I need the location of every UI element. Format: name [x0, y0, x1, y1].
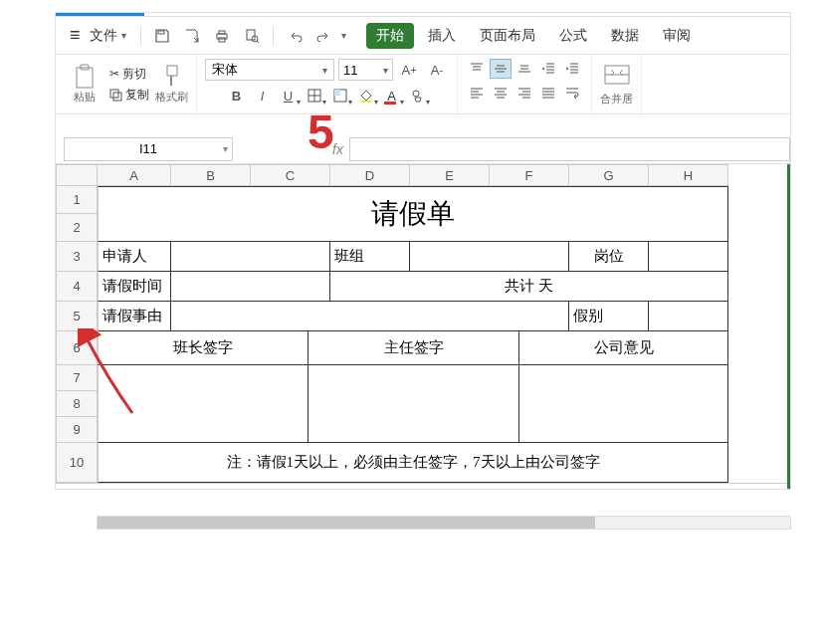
undo-icon[interactable]: [282, 23, 308, 49]
signature-block-3[interactable]: [519, 365, 728, 443]
tab-start[interactable]: 开始: [366, 23, 414, 49]
chevron-down-icon: ▾: [383, 65, 388, 76]
save-as-icon[interactable]: [179, 23, 205, 49]
col-header-D[interactable]: D: [330, 164, 410, 186]
formula-bar: I11 ▾ fx: [56, 134, 790, 164]
svg-rect-6: [77, 68, 93, 88]
row-header-10[interactable]: 10: [56, 443, 98, 483]
cell-B4[interactable]: [171, 272, 330, 302]
worksheet: A B C D E F G H 1 2 请假单 3 申请人 班组 岗位 4: [56, 164, 790, 489]
row-header-1[interactable]: 1: [56, 186, 98, 214]
paste-label: 粘贴: [74, 90, 96, 105]
cell-D6[interactable]: 主任签字: [308, 331, 519, 365]
cell-A3[interactable]: 申请人: [98, 242, 171, 272]
cell-H3[interactable]: [649, 242, 728, 272]
tab-insert[interactable]: 插入: [418, 23, 466, 49]
cell-note[interactable]: 注：请假1天以上，必须由主任签字，7天以上由公司签字: [98, 443, 728, 483]
name-box[interactable]: I11 ▾: [64, 137, 233, 161]
cell-style-button[interactable]: ▾: [328, 85, 352, 107]
row-header-4[interactable]: 4: [56, 272, 98, 302]
merge-button[interactable]: [603, 62, 631, 92]
merge-icon: [603, 62, 631, 88]
cell-E3[interactable]: [410, 242, 569, 272]
row-header-2[interactable]: 2: [56, 214, 98, 242]
menubar: 文件 ▾ ▾ 开始 插入 页面布局 公式 数据 审阅: [56, 17, 790, 55]
tab-data[interactable]: 数据: [601, 23, 649, 49]
tab-formula[interactable]: 公式: [549, 23, 597, 49]
cell-G5[interactable]: 假别: [569, 302, 649, 331]
chevron-down-icon[interactable]: ▾: [341, 30, 346, 41]
col-header-G[interactable]: G: [569, 164, 649, 186]
cell-D4[interactable]: 共计 天: [330, 272, 728, 302]
row-header-5[interactable]: 5: [56, 302, 98, 331]
tab-layout[interactable]: 页面布局: [470, 23, 545, 49]
col-header-F[interactable]: F: [490, 164, 569, 186]
italic-button[interactable]: I: [251, 85, 275, 107]
col-header-A[interactable]: A: [98, 164, 171, 186]
font-color-button[interactable]: A▾: [380, 85, 404, 107]
align-center-button[interactable]: [490, 83, 512, 103]
scroll-thumb[interactable]: [98, 517, 595, 529]
row-header-3[interactable]: 3: [56, 242, 98, 272]
cell-G3[interactable]: 岗位: [569, 242, 649, 272]
tab-review[interactable]: 审阅: [653, 23, 701, 49]
save-icon[interactable]: [149, 23, 175, 49]
brush-icon: [162, 64, 182, 90]
cell-H5[interactable]: [649, 302, 728, 331]
cell-G6[interactable]: 公司意见: [519, 331, 728, 365]
col-header-C[interactable]: C: [251, 164, 330, 186]
col-header-B[interactable]: B: [171, 164, 251, 186]
horizontal-scrollbar[interactable]: [97, 516, 791, 530]
font-name-select[interactable]: 宋体▾: [205, 59, 334, 81]
cell-A4[interactable]: 请假时间: [98, 272, 171, 302]
sheet-bottom: [56, 483, 790, 489]
clipboard-group: 粘贴 ✂剪切 复制 格式刷: [56, 55, 197, 113]
cell-D3[interactable]: 班组: [330, 242, 410, 272]
format-painter-button[interactable]: 格式刷: [155, 64, 188, 105]
svg-rect-14: [361, 101, 371, 103]
spreadsheet-app: 文件 ▾ ▾ 开始 插入 页面布局 公式 数据 审阅 粘贴 ✂剪切 复制: [55, 12, 791, 490]
svg-rect-10: [167, 66, 177, 76]
align-top-button[interactable]: [466, 59, 488, 79]
svg-rect-0: [158, 31, 164, 34]
justify-button[interactable]: [537, 83, 559, 103]
increase-indent-button[interactable]: [561, 59, 583, 79]
copy-button[interactable]: 复制: [109, 87, 149, 104]
divider: [273, 26, 274, 46]
formula-input[interactable]: [349, 137, 790, 161]
cell-title[interactable]: 请假单: [98, 186, 728, 242]
signature-block-2[interactable]: [308, 365, 519, 443]
decrease-font-button[interactable]: A-: [425, 59, 449, 81]
file-menu[interactable]: 文件 ▾: [64, 21, 132, 50]
col-header-H[interactable]: H: [649, 164, 728, 186]
select-all-corner[interactable]: [56, 164, 98, 186]
phonetic-button[interactable]: ▾: [406, 85, 430, 107]
increase-font-button[interactable]: A+: [397, 59, 421, 81]
cell-B3[interactable]: [171, 242, 330, 272]
align-right-button[interactable]: [514, 83, 535, 103]
align-group: [458, 55, 592, 113]
font-size-select[interactable]: 11▾: [338, 59, 393, 81]
row-3: 3 申请人 班组 岗位: [56, 242, 790, 272]
underline-button[interactable]: U▾: [277, 85, 301, 107]
svg-rect-4: [247, 30, 255, 40]
print-preview-icon[interactable]: [239, 23, 265, 49]
decrease-indent-button[interactable]: [537, 59, 559, 79]
border-button[interactable]: ▾: [303, 85, 326, 107]
annotation-number: 5: [308, 105, 334, 159]
fill-color-button[interactable]: ▾: [354, 85, 378, 107]
col-header-E[interactable]: E: [410, 164, 490, 186]
cell-A5[interactable]: 请假事由: [98, 302, 171, 331]
paste-button[interactable]: 粘贴: [64, 64, 105, 105]
cut-button[interactable]: ✂剪切: [109, 66, 149, 83]
copy-label: 复制: [125, 87, 149, 104]
align-left-button[interactable]: [466, 83, 488, 103]
wrap-text-button[interactable]: [561, 83, 583, 103]
align-bottom-button[interactable]: [514, 59, 535, 79]
align-middle-button[interactable]: [490, 59, 512, 79]
redo-icon[interactable]: [311, 23, 337, 49]
row-header-9[interactable]: 9: [56, 417, 98, 443]
print-icon[interactable]: [209, 23, 235, 49]
bold-button[interactable]: B: [225, 85, 249, 107]
cell-B5[interactable]: [171, 302, 569, 331]
